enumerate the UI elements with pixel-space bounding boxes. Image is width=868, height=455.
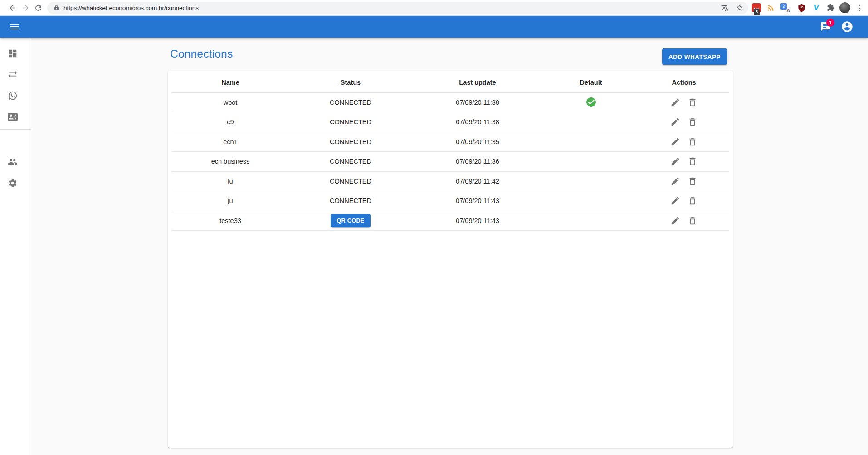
delete-connection-button[interactable] <box>685 95 700 110</box>
browser-profile-avatar[interactable] <box>839 2 851 14</box>
column-header-last-update: Last update <box>412 73 543 92</box>
connection-name: c9 <box>171 112 289 132</box>
connection-actions-cell <box>639 112 729 132</box>
sidebar-divider <box>0 129 31 130</box>
google-translate-extension-icon[interactable]: 文 A <box>779 2 791 14</box>
connection-status-cell: CONNECTED <box>289 191 412 211</box>
sidebar-item-connections[interactable] <box>6 89 20 102</box>
vimeo-v-glyph: V <box>814 3 819 12</box>
delete-connection-button[interactable] <box>685 154 700 169</box>
account-circle-icon <box>841 20 853 33</box>
connection-status: CONNECTED <box>330 138 371 145</box>
sidebar-item-settings[interactable] <box>6 176 20 190</box>
connection-name: ecn business <box>171 152 289 172</box>
connection-status-cell: QR CODE <box>289 211 412 231</box>
delete-connection-button[interactable] <box>685 213 700 228</box>
connection-name: lu <box>171 171 289 191</box>
edit-connection-button[interactable] <box>668 134 683 150</box>
connection-last-update: 07/09/20 11:42 <box>412 171 543 191</box>
edit-connection-button[interactable] <box>668 114 683 130</box>
browser-back-button[interactable] <box>6 2 18 14</box>
connection-status-cell: CONNECTED <box>289 92 412 112</box>
edit-connection-button[interactable] <box>668 95 683 110</box>
column-header-actions: Actions <box>639 73 729 92</box>
sidebar-item-users[interactable] <box>6 155 20 169</box>
connection-last-update: 07/09/20 11:43 <box>412 211 543 231</box>
qr-code-button[interactable]: QR CODE <box>331 214 370 228</box>
extensions-puzzle-icon[interactable] <box>825 2 837 14</box>
menu-hamburger-button[interactable] <box>5 18 24 36</box>
rss-extension-icon[interactable] <box>765 2 776 14</box>
delete-connection-button[interactable] <box>685 134 700 150</box>
delete-connection-button[interactable] <box>685 174 700 189</box>
connection-actions-cell <box>639 191 729 211</box>
puzzle-icon <box>827 4 835 12</box>
back-arrow-icon <box>8 4 17 12</box>
table-row: lu CONNECTED 07/09/20 11:42 <box>171 171 729 191</box>
delete-connection-button[interactable] <box>685 114 700 130</box>
notifications-chat-button[interactable]: 1 <box>816 18 834 36</box>
edit-connection-button[interactable] <box>668 193 683 208</box>
ublock-origin-icon[interactable]: UO <box>795 2 807 14</box>
extension-count-badge: 3 <box>754 9 760 15</box>
edit-connection-button[interactable] <box>668 213 683 228</box>
sync-alt-icon <box>8 69 18 79</box>
delete-connection-button[interactable] <box>685 193 700 208</box>
browser-reload-button[interactable] <box>32 2 44 14</box>
red-extension-tile: ... 3 <box>752 3 761 12</box>
connection-last-update: 07/09/20 11:35 <box>412 132 543 152</box>
connections-table-body: wbot CONNECTED 07/09/20 11:38 c9 CONNECT… <box>171 92 729 231</box>
browser-menu-kebab[interactable]: ⋮ <box>854 2 866 14</box>
bookmark-star-icon[interactable] <box>734 2 746 14</box>
connection-status-cell: CONNECTED <box>289 171 412 191</box>
connection-name: ecn1 <box>171 132 289 152</box>
column-header-name: Name <box>171 73 289 92</box>
avatar <box>839 2 850 13</box>
column-header-default: Default <box>543 73 639 92</box>
edit-pencil-icon <box>670 97 680 107</box>
trash-icon <box>688 97 697 107</box>
trash-icon <box>688 196 697 206</box>
sidebar <box>0 38 31 455</box>
forward-arrow-icon <box>21 4 30 12</box>
extension-red-icon[interactable]: ... 3 <box>751 2 762 14</box>
connection-last-update: 07/09/20 11:38 <box>412 92 543 112</box>
connection-actions-cell <box>639 211 729 231</box>
translate-page-icon[interactable] <box>719 2 731 14</box>
google-translate-tile: 文 A <box>780 3 790 12</box>
kebab-icon: ⋮ <box>856 4 863 12</box>
edit-pencil-icon <box>670 176 680 186</box>
sidebar-item-tickets[interactable] <box>6 68 20 81</box>
table-row: ecn business CONNECTED 07/09/20 11:36 <box>171 152 729 172</box>
table-row: teste33 QR CODE 07/09/20 11:43 <box>171 211 729 231</box>
people-icon <box>8 157 18 167</box>
browser-forward-button[interactable] <box>20 2 31 14</box>
browser-toolbar: https://whaticket.economicros.com.br/con… <box>0 0 868 16</box>
connection-default-cell <box>543 211 639 231</box>
trash-icon <box>688 176 697 186</box>
check-circle-icon <box>585 97 597 108</box>
connection-status-cell: CONNECTED <box>289 132 412 152</box>
connection-status: CONNECTED <box>330 178 371 185</box>
sidebar-item-contacts[interactable] <box>6 110 20 124</box>
connection-status-cell: CONNECTED <box>289 152 412 172</box>
vimeo-extension-icon[interactable]: V <box>810 2 822 14</box>
edit-connection-button[interactable] <box>668 154 683 169</box>
connection-last-update: 07/09/20 11:36 <box>412 152 543 172</box>
add-whatsapp-button[interactable]: ADD WHATSAPP <box>662 48 727 65</box>
trash-icon <box>688 216 697 226</box>
connection-actions-cell <box>639 92 729 112</box>
translate-latin-glyph: A <box>786 8 790 13</box>
table-header-row: Name Status Last update Default Actions <box>171 73 729 92</box>
edit-pencil-icon <box>670 117 680 127</box>
connection-actions-cell <box>639 132 729 152</box>
trash-icon <box>688 117 697 127</box>
account-menu-button[interactable] <box>838 18 856 36</box>
connection-last-update: 07/09/20 11:43 <box>412 191 543 211</box>
sidebar-item-dashboard[interactable] <box>6 47 20 60</box>
connection-last-update: 07/09/20 11:38 <box>412 112 543 132</box>
edit-connection-button[interactable] <box>668 174 683 189</box>
url-bar[interactable]: https://whaticket.economicros.com.br/con… <box>47 2 748 14</box>
dashboard-icon <box>8 48 18 58</box>
connection-default-cell <box>543 191 639 211</box>
